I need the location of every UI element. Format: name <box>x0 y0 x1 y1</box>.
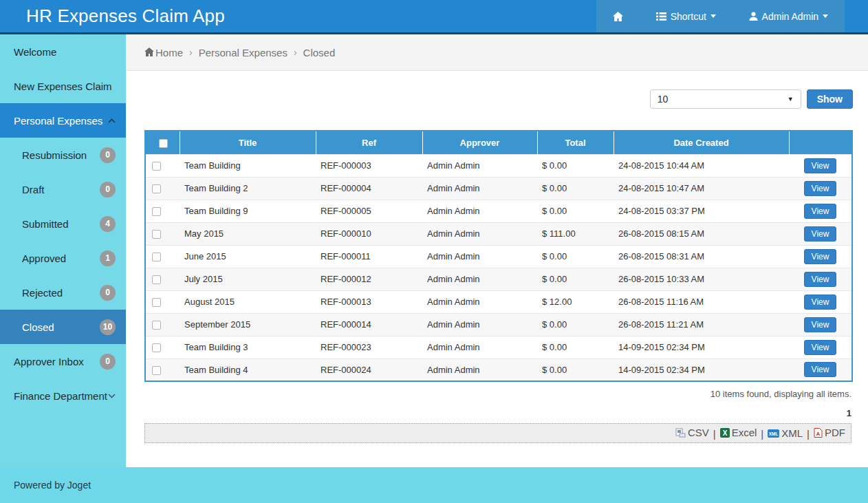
row-checkbox[interactable] <box>152 298 161 307</box>
cell-total: $ 0.00 <box>537 200 614 222</box>
cell-approver: Admin Admin <box>422 290 537 313</box>
cell-ref: REF-000013 <box>316 290 422 313</box>
cell-approver: Admin Admin <box>422 313 537 336</box>
row-checkbox[interactable] <box>152 275 161 284</box>
row-checkbox[interactable] <box>152 230 161 239</box>
breadcrumb-separator: › <box>189 47 193 58</box>
cell-date-created: 26-08-2015 08:15 AM <box>614 222 789 245</box>
export-label: Excel <box>732 427 757 438</box>
row-checkbox[interactable] <box>152 321 161 330</box>
cell-title: Team Building 3 <box>180 336 316 358</box>
csv-icon <box>675 428 686 438</box>
export-label: XML <box>781 427 803 439</box>
cell-approver: Admin Admin <box>422 200 537 222</box>
cell-approver: Admin Admin <box>422 245 537 268</box>
nav-user-label: Admin Admin <box>762 11 818 22</box>
sidebar-item-approver-inbox[interactable]: Approver Inbox0 <box>0 344 126 378</box>
row-checkbox[interactable] <box>152 343 161 352</box>
row-checkbox[interactable] <box>152 366 161 375</box>
sidebar-item-rejected[interactable]: Rejected0 <box>0 275 126 310</box>
sidebar-item-submitted[interactable]: Submitted4 <box>0 206 126 241</box>
export-excel-link[interactable]: XExcel <box>720 427 757 438</box>
breadcrumb-item-personal-expenses[interactable]: Personal Expenses <box>199 47 287 58</box>
export-csv-link[interactable]: CSV <box>675 427 709 438</box>
cell-ref: REF-000005 <box>316 200 422 222</box>
cell-total: $ 0.00 <box>537 268 614 290</box>
page-number[interactable]: 1 <box>144 408 851 418</box>
cell-total: $ 0.00 <box>537 245 614 268</box>
breadcrumb-item-home[interactable]: Home <box>144 47 183 58</box>
col-approver: Approver <box>422 131 537 154</box>
row-checkbox[interactable] <box>152 184 161 193</box>
view-button[interactable]: View <box>804 204 837 219</box>
select-all-checkbox[interactable] <box>159 139 168 148</box>
row-checkbox[interactable] <box>152 253 161 261</box>
caret-down-icon <box>823 14 828 18</box>
view-button[interactable]: View <box>804 226 837 242</box>
table-row: August 2015REF-000013Admin Admin$ 12.002… <box>145 290 852 313</box>
cell-date-created: 14-09-2015 02:34 PM <box>614 336 789 358</box>
sidebar-item-new-expenses-claim[interactable]: New Expenses Claim <box>0 69 126 103</box>
cell-title: September 2015 <box>180 313 316 336</box>
cell-date-created: 24-08-2015 10:44 AM <box>614 154 789 177</box>
sidebar-item-resubmission[interactable]: Resubmission0 <box>0 138 126 172</box>
cell-ref: REF-000011 <box>316 245 422 268</box>
breadcrumb-item-closed[interactable]: Closed <box>303 47 336 58</box>
col-actions <box>789 131 852 154</box>
svg-text:A: A <box>816 431 821 437</box>
view-button[interactable]: View <box>804 317 837 332</box>
sidebar-item-finance-department[interactable]: Finance Department <box>0 378 126 413</box>
cell-ref: REF-000012 <box>316 268 422 290</box>
sidebar-item-welcome[interactable]: Welcome <box>0 34 126 69</box>
view-button[interactable]: View <box>804 295 837 310</box>
nav-shortcut-dropdown[interactable]: Shortcut <box>656 11 716 22</box>
show-button[interactable]: Show <box>807 89 853 109</box>
sidebar-item-draft[interactable]: Draft0 <box>0 172 126 206</box>
cell-date-created: 26-08-2015 10:33 AM <box>614 268 789 290</box>
cell-title: June 2015 <box>180 245 316 268</box>
row-checkbox[interactable] <box>152 207 161 216</box>
export-label: PDF <box>825 427 845 438</box>
sidebar-item-approved[interactable]: Approved1 <box>0 241 126 275</box>
export-separator: | <box>761 428 763 440</box>
sidebar: WelcomeNew Expenses ClaimPersonal Expens… <box>0 34 126 467</box>
cell-action: View <box>789 222 852 245</box>
breadcrumb-separator: › <box>294 47 297 58</box>
cell-action: View <box>789 290 852 313</box>
export-xml-link[interactable]: XMLXML <box>768 427 803 439</box>
sidebar-item-closed[interactable]: Closed10 <box>0 310 126 344</box>
export-label: CSV <box>688 427 709 438</box>
export-separator: | <box>807 428 810 440</box>
page-size-select[interactable]: 10 ▼ <box>650 89 801 109</box>
caret-down-icon: ▼ <box>788 96 794 103</box>
view-button[interactable]: View <box>804 181 837 196</box>
view-button[interactable]: View <box>804 249 837 264</box>
nav-user-dropdown[interactable]: Admin Admin <box>749 11 828 22</box>
cell-total: $ 111.00 <box>537 222 614 245</box>
export-pdf-link[interactable]: APDF <box>814 427 845 438</box>
main-area: Home›Personal Expenses›Closed 10 ▼ Show … <box>126 34 868 467</box>
view-button[interactable]: View <box>804 362 837 377</box>
nav-home-button[interactable] <box>613 12 623 21</box>
cell-date-created: 26-08-2015 11:21 AM <box>614 313 789 336</box>
view-button[interactable]: View <box>804 340 837 355</box>
row-checkbox[interactable] <box>152 162 161 171</box>
cell-total: $ 12.00 <box>537 290 614 313</box>
app-header: HR Expenses Claim App Shortcut Admin Adm… <box>0 0 868 34</box>
cell-action: View <box>789 336 852 358</box>
cell-total: $ 0.00 <box>537 358 614 381</box>
content: 10 ▼ Show Title Ref Approver Total <box>126 71 868 443</box>
sidebar-item-label: Rejected <box>22 287 63 299</box>
table-row: May 2015REF-000010Admin Admin$ 111.0026-… <box>145 222 852 245</box>
table-header-row: Title Ref Approver Total Date Created <box>145 131 852 154</box>
count-badge: 0 <box>100 354 116 370</box>
sidebar-item-label: Submitted <box>22 218 69 230</box>
count-badge: 0 <box>100 182 116 197</box>
view-button[interactable]: View <box>804 272 837 287</box>
user-icon <box>749 12 758 21</box>
sidebar-item-personal-expenses[interactable]: Personal Expenses <box>0 103 126 138</box>
count-badge: 10 <box>100 319 116 335</box>
top-nav: Shortcut Admin Admin <box>596 0 845 32</box>
xml-icon: XML <box>768 429 779 438</box>
view-button[interactable]: View <box>804 158 837 173</box>
